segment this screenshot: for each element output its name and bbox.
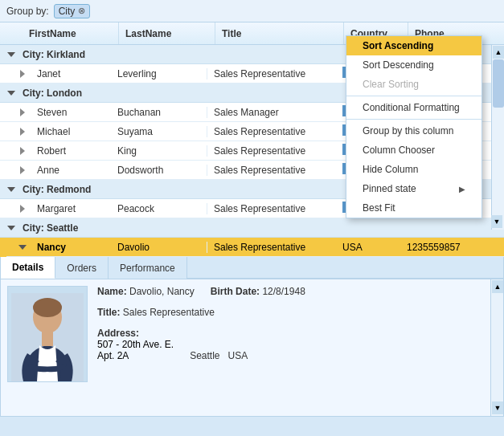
name-label: Name: <box>97 286 127 297</box>
svg-rect-3 <box>42 332 53 346</box>
row-expand-btn[interactable] <box>14 128 31 136</box>
detail-scroll-down[interactable]: ▼ <box>492 401 503 414</box>
scroll-up-btn[interactable]: ▲ <box>493 46 504 59</box>
detail-panel: Details Orders Performance ▲ ▼ <box>0 257 504 417</box>
cell-firstname: Anne <box>31 165 111 176</box>
menu-item-group-by-column[interactable]: Group by this column <box>346 121 481 141</box>
cell-firstname: Michael <box>31 126 111 137</box>
scroll-thumb[interactable] <box>493 59 504 108</box>
cell-title: Sales Representative <box>207 165 336 176</box>
group-by-chip[interactable]: City ⊗ <box>54 4 91 18</box>
expand-kirkland[interactable] <box>0 52 23 57</box>
detail-row-address: Address: 507 - 20th Ave. E. Apt. 2A Seat… <box>97 328 484 361</box>
row-expand-btn[interactable] <box>14 70 31 78</box>
cell-firstname-selected: Nancy <box>31 242 111 253</box>
title-label: Title: <box>97 307 120 318</box>
group-label-kirkland: City: Kirkland <box>23 49 85 60</box>
cell-lastname: Suyama <box>111 126 207 137</box>
row-expand-btn[interactable] <box>14 147 31 155</box>
menu-separator-1 <box>346 96 481 96</box>
detail-content-wrapper: ▲ ▼ <box>1 279 503 416</box>
address-label: Address: <box>97 328 139 339</box>
row-expand-btn-selected[interactable] <box>14 245 31 250</box>
grid-scrollbar[interactable]: ▲ ▼ <box>491 45 504 230</box>
cell-lastname: Peacock <box>111 203 207 214</box>
cell-title-selected: Sales Representative <box>207 242 336 253</box>
group-by-chip-value: City <box>59 6 76 17</box>
name-field: Name: Davolio, Nancy <box>97 286 195 297</box>
cell-firstname: Steven <box>31 107 111 118</box>
main-container: Group by: City ⊗ FirstName LastName Titl… <box>0 0 504 436</box>
scroll-down-btn[interactable]: ▼ <box>491 215 502 228</box>
group-label-seattle: City: Seattle <box>23 222 78 234</box>
city-country-field: Seattle USA <box>190 328 248 361</box>
selected-row-wrapper: Nancy Davolio Sales Representative USA 1… <box>0 238 504 257</box>
menu-item-clear-sorting: Clear Sorting <box>346 75 481 94</box>
cell-firstname: Robert <box>31 145 111 157</box>
cell-title: Sales Manager <box>207 107 336 118</box>
cell-firstname: Margaret <box>31 203 111 214</box>
birthdate-value: 12/8/1948 <box>262 286 305 297</box>
group-label-london: City: London <box>23 88 82 99</box>
row-expand-btn[interactable] <box>14 108 31 116</box>
cell-lastname: Buchanan <box>111 107 207 118</box>
menu-item-conditional-formatting[interactable]: Conditional Formatting <box>346 98 481 117</box>
row-expand-btn[interactable] <box>14 205 31 213</box>
detail-scroll-up[interactable]: ▲ <box>492 280 503 293</box>
pinned-state-arrow: ▶ <box>459 185 465 194</box>
address-value: 507 - 20th Ave. E. Apt. 2A <box>97 339 174 361</box>
group-label-redmond: City: Redmond <box>23 184 91 195</box>
address-field: Address: 507 - 20th Ave. E. Apt. 2A <box>97 328 174 361</box>
cell-lastname: King <box>111 145 207 157</box>
menu-separator-2 <box>346 119 481 120</box>
tab-performance[interactable]: Performance <box>109 257 187 279</box>
cell-title: Sales Representative <box>207 126 336 137</box>
expand-london[interactable] <box>0 91 23 96</box>
cell-country-selected: USA <box>336 242 400 253</box>
tab-orders[interactable]: Orders <box>55 257 109 279</box>
detail-row-name: Name: Davolio, Nancy Birth Date: 12/8/19… <box>97 286 484 297</box>
tab-details[interactable]: Details <box>1 257 55 279</box>
city-value: Seattle <box>190 350 219 361</box>
table-row-selected[interactable]: Nancy Davolio Sales Representative USA 1… <box>0 238 504 257</box>
col-header-title[interactable]: Title <box>215 22 344 44</box>
cell-lastname-selected: Davolio <box>111 242 207 253</box>
employee-photo <box>7 286 88 382</box>
col-header-firstname[interactable]: FirstName <box>23 22 119 44</box>
detail-scrollbar[interactable]: ▲ ▼ <box>490 279 503 416</box>
menu-item-best-fit[interactable]: Best Fit <box>346 198 481 218</box>
birthdate-field: Birth Date: 12/8/1948 <box>211 286 305 297</box>
context-menu: Sort Ascending Sort Descending Clear Sor… <box>346 35 482 218</box>
country-value: USA <box>228 350 248 361</box>
expand-redmond[interactable] <box>0 187 23 192</box>
expand-seattle[interactable] <box>0 226 23 230</box>
detail-tabs: Details Orders Performance <box>1 257 503 279</box>
svg-point-2 <box>33 298 62 317</box>
menu-item-hide-column[interactable]: Hide Column <box>346 160 481 179</box>
group-by-chip-remove[interactable]: ⊗ <box>78 6 85 16</box>
birthdate-label: Birth Date: <box>211 286 260 297</box>
detail-content: Name: Davolio, Nancy Birth Date: 12/8/19… <box>1 279 490 416</box>
cell-firstname: Janet <box>31 68 111 79</box>
menu-item-sort-descending[interactable]: Sort Descending <box>346 55 481 75</box>
person-silhouette <box>11 293 84 381</box>
group-row-seattle: City: Seattle <box>0 218 504 238</box>
detail-row-title: Title: Sales Representative <box>97 307 484 318</box>
menu-item-column-chooser[interactable]: Column Chooser <box>346 141 481 160</box>
selected-row-indicator <box>0 238 6 257</box>
detail-info: Name: Davolio, Nancy Birth Date: 12/8/19… <box>97 286 484 410</box>
cell-lastname: Dodsworth <box>111 165 207 176</box>
cell-lastname: Leverling <box>111 68 207 79</box>
menu-item-sort-ascending[interactable]: Sort Ascending <box>346 36 481 55</box>
col-header-lastname[interactable]: LastName <box>119 22 215 44</box>
name-value: Davolio, Nancy <box>129 286 195 297</box>
cell-title: Sales Representative <box>207 145 336 157</box>
cell-title: Sales Representative <box>207 203 336 214</box>
menu-item-pinned-state[interactable]: Pinned state ▶ <box>346 179 481 198</box>
row-expand-btn[interactable] <box>14 166 31 174</box>
title-value: Sales Representative <box>123 307 215 318</box>
cell-phone-selected: 1235559857 <box>400 242 481 253</box>
group-by-bar: Group by: City ⊗ <box>0 0 504 22</box>
group-by-label: Group by: <box>6 6 49 17</box>
cell-title: Sales Representative <box>207 68 336 79</box>
